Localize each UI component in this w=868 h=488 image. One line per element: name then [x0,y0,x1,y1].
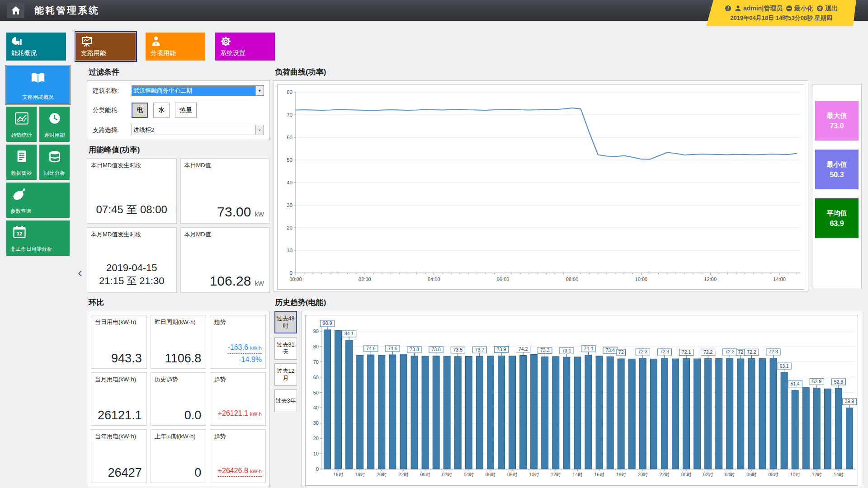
load-curve-title: 负荷曲线(功率) [275,67,326,77]
sidebar-item-data-collection[interactable]: 数据集抄 [6,145,37,180]
sidebar-item-label: 参数查询 [6,208,70,215]
energy-option-electric[interactable]: 电 [132,103,148,118]
svg-text:10:00: 10:00 [635,277,648,282]
nav-tab-branch-energy[interactable]: 支路用能 [76,33,136,61]
building-select[interactable]: 武汉恒融商务中心二期 ▼ [132,85,264,96]
peak-title: 用能峰值(功率) [89,145,140,155]
svg-text:74.4: 74.4 [584,346,593,351]
svg-text:72.3: 72.3 [660,349,670,354]
svg-text:02:00: 02:00 [359,277,371,282]
chevron-down-icon: ▼ [255,86,264,95]
tab-past-12m[interactable]: 过去12月 [274,363,297,386]
card-value: 943.3 [111,352,142,366]
load-curve-panel: 0102030405060708000:0002:0004:0006:0008:… [273,80,808,291]
trend-value: +26121.1 kW·h [218,409,262,421]
svg-text:06时: 06时 [746,472,757,477]
energy-option-heat[interactable]: 热量 [175,103,197,118]
presentation-chart-icon [81,36,93,47]
huanbi-panel: 当日用电(kW·h) 943.3 昨日同期(kW·h) 1106.8 趋势 -1… [87,311,270,487]
nav-tab-label: 能耗概况 [11,49,37,57]
svg-text:74.2: 74.2 [519,346,528,352]
energy-option-water[interactable]: 水 [153,103,170,118]
min-value-label: 最小值 [827,160,847,169]
card-label: 当日用电(kW·h) [95,318,136,326]
sidebar-item-label: 数据集抄 [6,170,37,177]
svg-text:12时: 12时 [812,472,822,477]
logout-button[interactable]: 退出 [816,5,838,13]
tab-past-3y[interactable]: 过去3年 [274,389,297,412]
minimize-button[interactable]: 最小化 [786,5,813,13]
max-value-tile: 最大值 73.0 [815,101,859,141]
svg-text:20时: 20时 [377,472,387,477]
nav-tab-label: 系统设置 [220,49,245,57]
nav-tab-energy-overview[interactable]: 能耗概况 [6,33,66,61]
sidebar-item-trend-stats[interactable]: 趋势统计 [6,107,37,142]
svg-text:04时: 04时 [464,472,474,477]
card-label: 当年用电(kW·h) [95,432,136,441]
card-value: 0 [194,466,201,480]
sidebar-item-parameter-query[interactable]: 参数查询 [6,183,70,218]
huanbi-card: 昨日同期(kW·h) 1106.8 [151,315,207,369]
tab-past-31d[interactable]: 过去31天 [274,337,297,360]
sidebar-item-nonworkday-analysis[interactable]: 12 非工作日用能分析 [6,221,70,256]
trend-lines-icon [15,112,28,125]
huanbi-card: 当月用电(kW·h) 26121.1 [91,372,147,426]
load-curve-chart: 0102030405060708000:0002:0004:0006:0008:… [277,84,804,290]
user-name: admin|管理员 [743,5,783,13]
svg-text:20: 20 [287,225,292,230]
svg-text:40: 40 [287,180,292,185]
svg-text:39.9: 39.9 [845,399,854,404]
nav-tab-system-settings[interactable]: 系统设置 [215,33,275,61]
building-label: 建筑名称: [93,87,132,95]
sidebar-item-label: 同比分析 [39,170,70,177]
person-icon [151,36,161,47]
svg-text:10: 10 [313,451,319,456]
sidebar-item-hourly-energy[interactable]: 逐时用能 [39,107,70,142]
history-chart: 010203040506070809016时18时20时22时00时02时04时… [305,315,858,486]
svg-text:10时: 10时 [529,472,539,477]
svg-text:72.3: 72.3 [769,349,778,354]
main-nav: 能耗概况 支路用能 分项用能 系统设置 [6,33,275,61]
svg-text:08时: 08时 [507,472,518,477]
svg-text:22时: 22时 [660,472,670,477]
home-button[interactable] [7,3,24,18]
card-value: 0.0 [184,408,202,422]
svg-text:08:00: 08:00 [566,277,579,282]
svg-text:70: 70 [313,359,319,365]
branch-label: 支路选择: [93,126,132,134]
svg-text:80: 80 [287,89,292,95]
svg-text:04时: 04时 [725,472,735,477]
branch-select-value: 进线柜2 [132,126,255,135]
branch-select[interactable]: 进线柜2 ˅ [132,125,264,135]
svg-text:52.9: 52.9 [812,379,822,384]
top-bar: 能耗管理系统 i admin|管理员 最小化 退出 2019年04月18日 14… [0,0,868,21]
md-month-period-value: 2019-04-1521:15 至 21:30 [87,261,176,288]
tab-past-48h[interactable]: 过去48时 [274,311,297,333]
svg-text:14时: 14时 [834,472,844,477]
trend-value: -163.6 kW·h -14.8% [227,343,262,364]
svg-text:63.1: 63.1 [779,363,789,369]
filter-title: 过滤条件 [89,67,119,77]
svg-text:00时: 00时 [420,472,430,477]
card-value: 1106.8 [165,352,202,366]
svg-text:02时: 02时 [703,472,713,477]
min-value-tile: 最小值 50.3 [815,150,859,189]
history-chart-panel: 010203040506070809016时18时20时22时00时02时04时… [301,311,862,487]
card-label: 本日MD值发生时段 [91,161,141,169]
sidebar-collapse-button[interactable]: ‹ [78,266,82,279]
svg-text:0: 0 [316,466,319,472]
info-button[interactable]: i [725,5,731,12]
card-value: 26121.1 [98,408,142,422]
svg-text:08时: 08时 [768,472,778,477]
card-label: 趋势 [214,375,226,384]
sidebar-item-yoy-analysis[interactable]: 同比分析 [39,145,70,180]
svg-text:04:00: 04:00 [428,277,440,282]
user-button[interactable]: admin|管理员 [735,5,783,13]
card-value: 26427 [108,466,142,480]
svg-text:02时: 02时 [442,472,453,477]
nav-tab-subitem-energy[interactable]: 分项用能 [146,33,205,61]
history-range-tabs: 过去48时 过去31天 过去12月 过去3年 [274,311,298,416]
svg-text:12时: 12时 [551,472,561,477]
sidebar-item-branch-overview[interactable]: 支路用能概况 [6,66,70,104]
svg-text:90.9: 90.9 [323,320,332,326]
